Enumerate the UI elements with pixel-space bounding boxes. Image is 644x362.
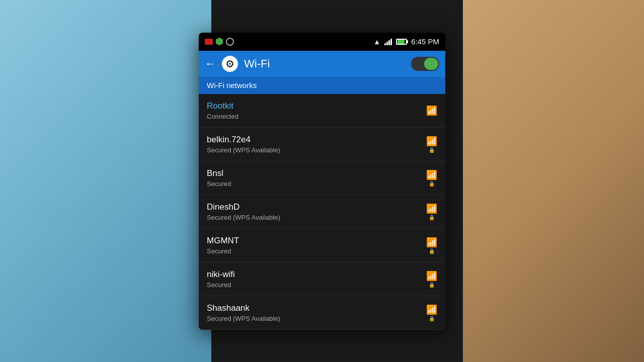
network-status: Connected <box>207 113 426 120</box>
lock-icon: 🔒 <box>429 248 435 254</box>
network-status: Secured (WPS Available) <box>207 315 426 322</box>
network-item[interactable]: niki-wifiSecured📶🔒 <box>199 262 445 296</box>
section-title: Wi-Fi networks <box>207 81 257 89</box>
wifi-lock-icon: 📶🔒 <box>426 203 437 220</box>
wifi-lock-icon: 📶🔒 <box>426 304 437 321</box>
network-name: Rootkit <box>207 101 426 111</box>
notification-icon <box>205 39 213 45</box>
wifi-signal-icon: 📶 <box>426 105 437 116</box>
wifi-lock-icon: 📶🔒 <box>426 270 437 288</box>
status-bar: ▲ 6:45 PM <box>199 33 445 51</box>
action-bar: ← ⚙ Wi-Fi <box>199 51 445 77</box>
network-item[interactable]: RootkitConnected📶 <box>199 94 445 128</box>
battery-icon <box>396 39 407 45</box>
network-status: Secured <box>207 247 426 255</box>
signal-bar-4 <box>390 39 392 45</box>
network-name: DineshD <box>207 202 426 212</box>
network-info: ShashaankSecured (WPS Available) <box>207 303 426 322</box>
network-status: Secured (WPS Available) <box>207 146 426 154</box>
lock-icon: 🔒 <box>429 316 435 321</box>
signal-bars <box>384 38 392 45</box>
network-info: niki-wifiSecured <box>207 269 426 289</box>
network-info: RootkitConnected <box>207 101 426 120</box>
wifi-signal-icon: 📶 <box>426 136 437 147</box>
wifi-signal-icon: 📶 <box>426 169 437 180</box>
wifi-signal-icon: 📶 <box>426 304 437 315</box>
background-right <box>463 0 644 362</box>
wifi-signal-icon: 📶 <box>426 237 437 248</box>
signal-bar-1 <box>384 43 386 45</box>
network-status: Secured (WPS Available) <box>207 214 426 221</box>
network-name: Bnsl <box>207 168 426 178</box>
shield-icon <box>216 38 223 46</box>
back-button[interactable]: ← <box>205 57 216 70</box>
lock-icon: 🔒 <box>429 282 435 288</box>
wifi-toggle[interactable] <box>411 57 439 71</box>
wifi-signal-icon: 📶 <box>426 270 437 282</box>
wifi-icon: ▲ <box>373 38 380 46</box>
lock-icon: 🔒 <box>429 215 435 220</box>
section-header: Wi-Fi networks <box>199 77 445 94</box>
network-name: Shashaank <box>207 303 426 313</box>
lock-icon: 🔒 <box>429 181 435 187</box>
wifi-signal-icon: 📶 <box>426 203 437 214</box>
settings-gear-icon: ⚙ <box>222 56 238 72</box>
network-status: Secured <box>207 180 426 188</box>
network-item[interactable]: DineshDSecured (WPS Available)📶🔒 <box>199 195 445 229</box>
network-item[interactable]: MGMNTSecured📶🔒 <box>199 229 445 262</box>
network-list: RootkitConnected📶belkin.72e4Secured (WPS… <box>199 94 445 330</box>
network-info: MGMNTSecured <box>207 236 426 255</box>
globe-icon <box>226 38 234 46</box>
status-left-icons <box>205 38 234 46</box>
signal-bar-3 <box>388 40 390 45</box>
background-left <box>0 0 211 362</box>
phone-screen: ▲ 6:45 PM ← ⚙ Wi-Fi Wi-Fi networks Rootk… <box>199 33 445 330</box>
network-info: BnslSecured <box>207 168 426 188</box>
network-name: MGMNT <box>207 236 426 246</box>
network-name: niki-wifi <box>207 269 426 280</box>
lock-icon: 🔒 <box>429 147 435 153</box>
network-item[interactable]: ShashaankSecured (WPS Available)📶🔒 <box>199 296 445 330</box>
network-item[interactable]: belkin.72e4Secured (WPS Available)📶🔒 <box>199 128 445 161</box>
signal-bar-2 <box>386 42 388 45</box>
network-name: belkin.72e4 <box>207 135 426 145</box>
network-info: belkin.72e4Secured (WPS Available) <box>207 135 426 154</box>
network-status: Secured <box>207 281 426 289</box>
network-item[interactable]: BnslSecured📶🔒 <box>199 161 445 195</box>
wifi-lock-icon: 📶 <box>426 105 437 116</box>
wifi-lock-icon: 📶🔒 <box>426 237 437 254</box>
status-time: 6:45 PM <box>411 37 439 46</box>
status-right-icons: ▲ 6:45 PM <box>373 37 439 46</box>
wifi-lock-icon: 📶🔒 <box>426 169 437 187</box>
battery-fill <box>397 40 405 44</box>
toggle-knob <box>424 58 438 70</box>
wifi-lock-icon: 📶🔒 <box>426 136 437 153</box>
page-title: Wi-Fi <box>244 57 405 70</box>
network-info: DineshDSecured (WPS Available) <box>207 202 426 221</box>
